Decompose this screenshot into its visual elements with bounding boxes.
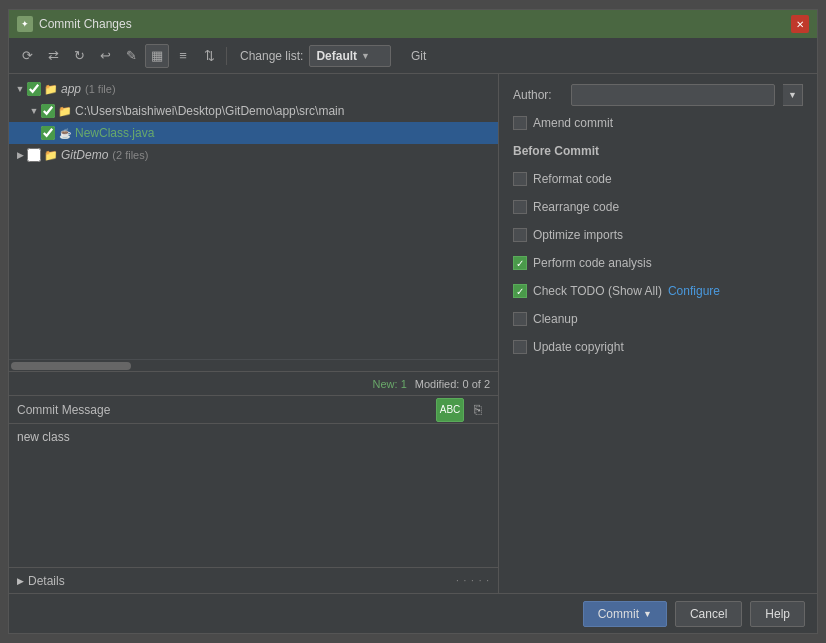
close-button[interactable]: ✕ [791,15,809,33]
details-arrow-icon: ▶ [17,576,24,586]
tree-count-app: (1 file) [85,83,116,95]
commit-msg-copy-btn[interactable]: ⎘ [466,398,490,422]
commit-message-input[interactable]: new class [9,424,498,564]
tree-label-gitdemo: GitDemo [61,148,108,162]
tree-checkbox-app[interactable] [27,82,41,96]
details-bar: ▶ Details · · · · · [9,567,498,593]
option-row-optimize: Optimize imports [513,224,803,246]
tree-item-path[interactable]: ▼ 📁 C:\Users\baishiwei\Desktop\GitDemo\a… [9,100,498,122]
copyright-label: Update copyright [533,340,624,354]
reformat-checkbox[interactable] [513,172,527,186]
dropdown-arrow-icon: ▼ [361,51,370,61]
right-panel: Author: ▼ Amend commit Before Commit Ref… [499,74,817,593]
optimize-label: Optimize imports [533,228,623,242]
tree-expand-arrow-path: ▼ [27,106,41,116]
toolbar-btn-4[interactable]: ↩ [93,44,117,68]
folder-icon: 📁 [44,82,58,96]
tree-label-path: C:\Users\baishiwei\Desktop\GitDemo\app\s… [75,104,344,118]
amend-row: Amend commit [513,116,803,130]
bottom-bar: Commit ▼ Cancel Help [9,593,817,633]
checktodo-checkbox[interactable]: ✓ [513,284,527,298]
codeanalysis-checkbox[interactable]: ✓ [513,256,527,270]
toolbar-btn-1[interactable]: ⟳ [15,44,39,68]
tree-label-app: app [61,82,81,96]
commit-msg-tools: ABC ⎘ [436,398,490,422]
rearrange-label: Rearrange code [533,200,619,214]
tree-item-app[interactable]: ▼ 📁 app (1 file) [9,78,498,100]
dialog-title: Commit Changes [39,17,132,31]
option-row-checktodo: ✓ Check TODO (Show All) Configure [513,280,803,302]
title-bar-left: ✦ Commit Changes [17,16,132,32]
title-bar: ✦ Commit Changes ✕ [9,10,817,38]
folder-icon-gitdemo: 📁 [44,148,58,162]
commit-arrow-icon: ▼ [643,609,652,619]
option-row-reformat: Reformat code [513,168,803,190]
tree-checkbox-gitdemo[interactable] [27,148,41,162]
optimize-checkbox[interactable] [513,228,527,242]
changelist-value: Default [316,49,357,63]
details-expand[interactable]: ▶ Details [17,574,65,588]
tree-checkbox-path[interactable] [41,104,55,118]
commit-msg-header: Commit Message ABC ⎘ [9,396,498,424]
toolbar-btn-8[interactable]: ⇅ [197,44,221,68]
details-dots: · · · · · [456,575,490,586]
java-file-icon: ☕ [58,126,72,140]
left-panel: ▼ 📁 app (1 file) ▼ 📁 C:\Users\baishiwei\… [9,74,499,593]
tree-checkbox-newclass[interactable] [41,126,55,140]
checktodo-label: Check TODO (Show All) [533,284,662,298]
details-label: Details [28,574,65,588]
app-icon: ✦ [17,16,33,32]
scrollbar-area [9,359,498,371]
toolbar-btn-6[interactable]: ▦ [145,44,169,68]
option-row-codeanalysis: ✓ Perform code analysis [513,252,803,274]
author-dropdown-btn[interactable]: ▼ [783,84,803,106]
tree-item-newclass[interactable]: ☕ NewClass.java [9,122,498,144]
commit-dialog: ✦ Commit Changes ✕ ⟳ ⇄ ↻ ↩ ✎ ▦ ≡ ⇅ Chang… [8,9,818,634]
configure-link[interactable]: Configure [668,284,720,298]
tree-item-gitdemo[interactable]: ▶ 📁 GitDemo (2 files) [9,144,498,166]
author-input[interactable] [571,84,775,106]
codeanalysis-label: Perform code analysis [533,256,652,270]
toolbar-btn-7[interactable]: ≡ [171,44,195,68]
tree-count-gitdemo: (2 files) [112,149,148,161]
tree-expand-arrow: ▼ [13,84,27,94]
status-modified: Modified: 0 of 2 [415,378,490,390]
copyright-checkbox[interactable] [513,340,527,354]
folder-icon-path: 📁 [58,104,72,118]
commit-label: Commit [598,607,639,621]
file-tree: ▼ 📁 app (1 file) ▼ 📁 C:\Users\baishiwei\… [9,74,498,359]
git-tab[interactable]: Git [405,47,432,65]
scrollbar-thumb[interactable] [11,362,131,370]
tree-expand-arrow-gitdemo: ▶ [13,150,27,160]
status-bar: New: 1 Modified: 0 of 2 [9,371,498,395]
toolbar: ⟳ ⇄ ↻ ↩ ✎ ▦ ≡ ⇅ Change list: Default ▼ G… [9,38,817,74]
commit-message-section: Commit Message ABC ⎘ new class [9,395,498,567]
changelist-area: Change list: Default ▼ Git [240,45,432,67]
cleanup-label: Cleanup [533,312,578,326]
amend-label: Amend commit [533,116,613,130]
author-row: Author: ▼ [513,84,803,106]
toolbar-btn-3[interactable]: ↻ [67,44,91,68]
cleanup-checkbox[interactable] [513,312,527,326]
main-content: ▼ 📁 app (1 file) ▼ 📁 C:\Users\baishiwei\… [9,74,817,593]
commit-msg-label: Commit Message [17,403,110,417]
changelist-dropdown[interactable]: Default ▼ [309,45,391,67]
author-label: Author: [513,88,563,102]
reformat-label: Reformat code [533,172,612,186]
commit-button[interactable]: Commit ▼ [583,601,667,627]
status-new: New: 1 [373,378,407,390]
option-row-copyright: Update copyright [513,336,803,358]
before-commit-title: Before Commit [513,144,803,158]
option-row-rearrange: Rearrange code [513,196,803,218]
toolbar-btn-5[interactable]: ✎ [119,44,143,68]
option-row-cleanup: Cleanup [513,308,803,330]
toolbar-btn-2[interactable]: ⇄ [41,44,65,68]
rearrange-checkbox[interactable] [513,200,527,214]
help-button[interactable]: Help [750,601,805,627]
tree-label-newclass: NewClass.java [75,126,154,140]
toolbar-separator [226,47,227,65]
amend-checkbox[interactable] [513,116,527,130]
spell-check-btn[interactable]: ABC [436,398,464,422]
changelist-label: Change list: [240,49,303,63]
cancel-button[interactable]: Cancel [675,601,742,627]
